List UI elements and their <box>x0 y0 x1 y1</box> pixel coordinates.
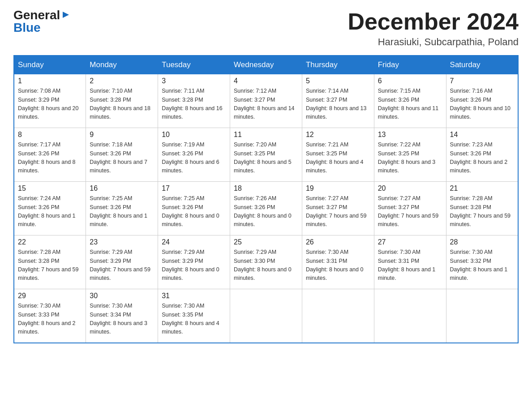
day-info: Sunrise: 7:27 AM Sunset: 3:27 PM Dayligh… <box>378 195 439 227</box>
day-info: Sunrise: 7:21 AM Sunset: 3:25 PM Dayligh… <box>306 141 364 174</box>
day-cell: 9 Sunrise: 7:18 AM Sunset: 3:26 PM Dayli… <box>86 128 158 182</box>
day-number: 20 <box>378 184 442 193</box>
title-block: December 2024 Harasiuki, Subcarpathia, P… <box>348 9 519 48</box>
weekday-header-wednesday: Wednesday <box>230 56 302 74</box>
day-cell: 18 Sunrise: 7:26 AM Sunset: 3:26 PM Dayl… <box>230 182 302 235</box>
day-number: 4 <box>234 77 298 85</box>
logo-general: General <box>13 9 60 21</box>
day-info: Sunrise: 7:18 AM Sunset: 3:26 PM Dayligh… <box>90 141 147 174</box>
day-cell <box>302 289 374 343</box>
day-cell: 30 Sunrise: 7:30 AM Sunset: 3:34 PM Dayl… <box>86 289 158 343</box>
day-number: 16 <box>90 184 154 193</box>
weekday-header-saturday: Saturday <box>446 56 518 74</box>
day-cell: 31 Sunrise: 7:30 AM Sunset: 3:35 PM Dayl… <box>158 289 230 343</box>
day-cell: 22 Sunrise: 7:28 AM Sunset: 3:28 PM Dayl… <box>14 235 86 289</box>
location-title: Harasiuki, Subcarpathia, Poland <box>348 36 519 48</box>
day-number: 7 <box>450 77 514 85</box>
day-cell: 26 Sunrise: 7:30 AM Sunset: 3:31 PM Dayl… <box>302 235 374 289</box>
day-info: Sunrise: 7:27 AM Sunset: 3:27 PM Dayligh… <box>306 195 367 227</box>
day-cell: 8 Sunrise: 7:17 AM Sunset: 3:26 PM Dayli… <box>14 128 86 182</box>
day-info: Sunrise: 7:22 AM Sunset: 3:25 PM Dayligh… <box>378 141 436 174</box>
day-cell <box>230 289 302 343</box>
day-number: 27 <box>378 238 442 246</box>
day-info: Sunrise: 7:28 AM Sunset: 3:28 PM Dayligh… <box>450 195 511 227</box>
day-info: Sunrise: 7:11 AM Sunset: 3:28 PM Dayligh… <box>162 88 223 120</box>
day-number: 9 <box>90 131 154 139</box>
day-info: Sunrise: 7:24 AM Sunset: 3:26 PM Dayligh… <box>18 195 76 227</box>
day-cell: 16 Sunrise: 7:25 AM Sunset: 3:26 PM Dayl… <box>86 182 158 235</box>
day-cell: 13 Sunrise: 7:22 AM Sunset: 3:25 PM Dayl… <box>374 128 446 182</box>
day-info: Sunrise: 7:19 AM Sunset: 3:26 PM Dayligh… <box>162 141 219 174</box>
day-info: Sunrise: 7:30 AM Sunset: 3:32 PM Dayligh… <box>450 249 508 281</box>
day-info: Sunrise: 7:30 AM Sunset: 3:31 PM Dayligh… <box>378 249 436 281</box>
day-info: Sunrise: 7:20 AM Sunset: 3:25 PM Dayligh… <box>234 141 292 174</box>
day-cell: 27 Sunrise: 7:30 AM Sunset: 3:31 PM Dayl… <box>374 235 446 289</box>
day-number: 26 <box>306 238 370 246</box>
day-info: Sunrise: 7:30 AM Sunset: 3:34 PM Dayligh… <box>90 303 147 335</box>
day-number: 8 <box>18 131 82 139</box>
day-number: 29 <box>18 292 82 300</box>
day-cell: 4 Sunrise: 7:12 AM Sunset: 3:27 PM Dayli… <box>230 74 302 128</box>
logo-blue: Blue <box>13 21 41 34</box>
weekday-header-tuesday: Tuesday <box>158 56 230 74</box>
day-info: Sunrise: 7:29 AM Sunset: 3:29 PM Dayligh… <box>162 249 219 281</box>
day-cell: 19 Sunrise: 7:27 AM Sunset: 3:27 PM Dayl… <box>302 182 374 235</box>
day-info: Sunrise: 7:23 AM Sunset: 3:26 PM Dayligh… <box>450 141 508 174</box>
day-info: Sunrise: 7:26 AM Sunset: 3:26 PM Dayligh… <box>234 195 292 227</box>
day-number: 3 <box>162 77 226 85</box>
day-number: 12 <box>306 131 370 139</box>
day-cell: 12 Sunrise: 7:21 AM Sunset: 3:25 PM Dayl… <box>302 128 374 182</box>
day-number: 22 <box>18 238 82 246</box>
day-info: Sunrise: 7:25 AM Sunset: 3:26 PM Dayligh… <box>90 195 147 227</box>
day-cell: 24 Sunrise: 7:29 AM Sunset: 3:29 PM Dayl… <box>158 235 230 289</box>
day-number: 21 <box>450 184 514 193</box>
day-info: Sunrise: 7:25 AM Sunset: 3:26 PM Dayligh… <box>162 195 219 227</box>
week-row-2: 8 Sunrise: 7:17 AM Sunset: 3:26 PM Dayli… <box>14 128 518 182</box>
day-number: 31 <box>162 292 226 300</box>
svg-marker-0 <box>63 12 69 18</box>
day-info: Sunrise: 7:14 AM Sunset: 3:27 PM Dayligh… <box>306 88 367 120</box>
week-row-4: 22 Sunrise: 7:28 AM Sunset: 3:28 PM Dayl… <box>14 235 518 289</box>
day-number: 13 <box>378 131 442 139</box>
logo: General Blue <box>13 9 71 34</box>
day-cell: 10 Sunrise: 7:19 AM Sunset: 3:26 PM Dayl… <box>158 128 230 182</box>
day-cell <box>446 289 518 343</box>
day-info: Sunrise: 7:16 AM Sunset: 3:26 PM Dayligh… <box>450 88 511 120</box>
day-number: 5 <box>306 77 370 85</box>
weekday-header-thursday: Thursday <box>302 56 374 74</box>
week-row-1: 1 Sunrise: 7:08 AM Sunset: 3:29 PM Dayli… <box>14 74 518 128</box>
day-info: Sunrise: 7:30 AM Sunset: 3:33 PM Dayligh… <box>18 303 76 335</box>
day-cell: 1 Sunrise: 7:08 AM Sunset: 3:29 PM Dayli… <box>14 74 86 128</box>
weekday-header-monday: Monday <box>86 56 158 74</box>
day-info: Sunrise: 7:12 AM Sunset: 3:27 PM Dayligh… <box>234 88 295 120</box>
day-info: Sunrise: 7:10 AM Sunset: 3:28 PM Dayligh… <box>90 88 150 120</box>
day-number: 17 <box>162 184 226 193</box>
page-header: General Blue December 2024 Harasiuki, Su… <box>13 9 519 48</box>
day-cell: 25 Sunrise: 7:29 AM Sunset: 3:30 PM Dayl… <box>230 235 302 289</box>
day-cell: 21 Sunrise: 7:28 AM Sunset: 3:28 PM Dayl… <box>446 182 518 235</box>
day-number: 11 <box>234 131 298 139</box>
logo-arrow-icon <box>61 10 71 20</box>
day-number: 1 <box>18 77 82 85</box>
week-row-5: 29 Sunrise: 7:30 AM Sunset: 3:33 PM Dayl… <box>14 289 518 343</box>
day-info: Sunrise: 7:29 AM Sunset: 3:30 PM Dayligh… <box>234 249 292 281</box>
day-info: Sunrise: 7:29 AM Sunset: 3:29 PM Dayligh… <box>90 249 150 281</box>
day-cell: 3 Sunrise: 7:11 AM Sunset: 3:28 PM Dayli… <box>158 74 230 128</box>
weekday-header-row: SundayMondayTuesdayWednesdayThursdayFrid… <box>14 56 518 74</box>
day-cell: 5 Sunrise: 7:14 AM Sunset: 3:27 PM Dayli… <box>302 74 374 128</box>
day-number: 24 <box>162 238 226 246</box>
day-info: Sunrise: 7:30 AM Sunset: 3:35 PM Dayligh… <box>162 303 219 335</box>
day-number: 23 <box>90 238 154 246</box>
day-number: 30 <box>90 292 154 300</box>
day-cell: 6 Sunrise: 7:15 AM Sunset: 3:26 PM Dayli… <box>374 74 446 128</box>
day-cell: 7 Sunrise: 7:16 AM Sunset: 3:26 PM Dayli… <box>446 74 518 128</box>
day-info: Sunrise: 7:28 AM Sunset: 3:28 PM Dayligh… <box>18 249 79 281</box>
day-number: 6 <box>378 77 442 85</box>
day-number: 15 <box>18 184 82 193</box>
day-number: 28 <box>450 238 514 246</box>
day-number: 18 <box>234 184 298 193</box>
day-cell: 2 Sunrise: 7:10 AM Sunset: 3:28 PM Dayli… <box>86 74 158 128</box>
day-cell: 20 Sunrise: 7:27 AM Sunset: 3:27 PM Dayl… <box>374 182 446 235</box>
day-cell: 14 Sunrise: 7:23 AM Sunset: 3:26 PM Dayl… <box>446 128 518 182</box>
day-number: 10 <box>162 131 226 139</box>
